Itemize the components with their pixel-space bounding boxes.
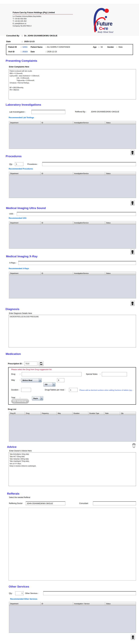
other-col-investigation[interactable]: Investigation / Service xyxy=(73,602,105,606)
drug-col-duration-type[interactable]: Duration Type xyxy=(88,412,104,415)
referrals-sublabel: Select the needed Refferal xyxy=(9,496,30,498)
refresh-icon xyxy=(40,362,43,365)
uss-col-investigation[interactable]: Investigation/Service xyxy=(73,221,105,224)
drug-col-frequency[interactable]: Fequency xyxy=(41,412,57,415)
refresh-prescription-button[interactable] xyxy=(38,361,44,366)
procedures-input[interactable] xyxy=(42,162,136,166)
drug-col-note[interactable]: Note xyxy=(104,412,120,415)
procedures-qty-input[interactable] xyxy=(15,162,23,166)
other-services-title: Other Services xyxy=(9,585,29,588)
consulted-by-line: Consulted By : Dr. JOHN OSANWEOKWU OKOLI… xyxy=(6,34,58,37)
other-services-table-body[interactable] xyxy=(9,606,136,633)
procedures-col-id[interactable]: ID xyxy=(40,172,73,175)
uss-input[interactable] xyxy=(17,212,136,216)
complaints-title: Presenting Complaints xyxy=(6,59,37,62)
procedures-col-status[interactable]: Status xyxy=(105,172,136,175)
other-services-input[interactable] xyxy=(43,591,136,595)
drug-list-table: Drug ID Drug Fequency Way Duration Durat… xyxy=(9,412,136,442)
per-meal-input[interactable] xyxy=(69,388,78,392)
lab-table-body[interactable] xyxy=(9,124,136,149)
complaints-textarea[interactable]: Patient reviewed with lab results RBS = … xyxy=(8,69,136,99)
lab-col-status[interactable]: Status xyxy=(105,121,136,124)
procedures-delete-button[interactable] xyxy=(130,200,135,206)
uss-delete-button[interactable] xyxy=(130,249,135,254)
visit-id-colon: : xyxy=(21,51,21,53)
recommended-xray-link[interactable]: Recommended X-Rays xyxy=(9,268,29,270)
other-col-department[interactable]: Department xyxy=(9,602,40,606)
procedures-col-department[interactable]: Department xyxy=(9,172,40,175)
uss-col-department[interactable]: Department xyxy=(9,221,40,224)
frequency-select[interactable]: OD ▼ xyxy=(44,382,56,386)
patient-gender-label: Gender xyxy=(107,46,114,48)
drug-delete-button[interactable] xyxy=(132,443,136,448)
other-services-table: Department ID Investigation / Service St… xyxy=(9,602,136,633)
way-select[interactable]: Before Meal ▼ xyxy=(21,378,42,382)
lab-investigation-input[interactable] xyxy=(32,110,65,114)
company-email: E: jude@future.sc xyxy=(13,22,26,25)
plus-circle-icon: + xyxy=(13,400,16,402)
duration-unit-select[interactable]: Day/s ▼ xyxy=(32,396,43,400)
referrals-list-box[interactable] xyxy=(8,508,136,580)
uss-table-body[interactable] xyxy=(9,224,136,248)
procedures-title: Procedures xyxy=(6,155,22,158)
drug-col-drug[interactable]: Drug xyxy=(25,412,41,415)
drug-col-qty[interactable]: Qty xyxy=(120,412,136,415)
way-qty-input[interactable] xyxy=(57,378,64,382)
diagnosis-textarea[interactable]: UNCRONTROLLED BLOOD PRESSURE xyxy=(8,315,136,348)
referring-doctor-input[interactable] xyxy=(26,501,65,505)
logo-tagline: Body Mind Soul xyxy=(98,31,113,33)
xray-table-header-row: Department ID Investigation/Service Stat… xyxy=(9,272,136,275)
drug-col-way[interactable]: Way xyxy=(57,412,72,415)
xray-table: Department ID Investigation/Service Stat… xyxy=(9,272,136,298)
drug-suggestion-warning: Please select the Drug from Drug suggess… xyxy=(11,368,52,370)
recommended-lab-testings-link[interactable]: Recommended Lab Testings xyxy=(9,116,34,119)
xray-delete-button[interactable] xyxy=(130,301,135,306)
lab-delete-button[interactable] xyxy=(130,150,135,155)
xray-col-id[interactable]: ID xyxy=(40,272,73,275)
lab-table: Department ID Investigation/Service Stat… xyxy=(9,121,136,149)
drug-input[interactable] xyxy=(22,372,82,376)
xray-table-body[interactable] xyxy=(9,275,136,298)
laboratory-title: Laboratory Investigations xyxy=(6,103,41,106)
uss-table-header-row: Department ID Investigation/Service Stat… xyxy=(9,221,136,224)
procedures-table-body[interactable] xyxy=(9,175,136,198)
recommended-uss-link[interactable]: Recommended USS xyxy=(9,217,26,219)
uss-col-id[interactable]: ID xyxy=(40,221,73,224)
advice-title: Advice xyxy=(7,445,16,448)
lab-col-id[interactable]: ID xyxy=(40,121,73,124)
other-col-id[interactable]: ID xyxy=(40,602,73,606)
chevron-down-icon: ▼ xyxy=(39,378,42,382)
uss-label: USS : xyxy=(9,213,14,215)
drug-label: Drug xyxy=(11,373,15,375)
consult-date-label: Date xyxy=(6,40,21,42)
special-notes-input[interactable] xyxy=(102,372,127,376)
trash-icon xyxy=(131,250,134,254)
recommended-other-services-link[interactable]: Recommended Other Services xyxy=(10,598,37,600)
duration-label: Duration : xyxy=(11,389,19,391)
xray-col-department[interactable]: Department xyxy=(9,272,40,275)
duration-input[interactable] xyxy=(21,388,31,392)
drug-col-id[interactable]: Drug ID xyxy=(9,412,25,415)
add-drug-button[interactable]: + Add Drug xyxy=(11,399,29,404)
drug-list-body[interactable] xyxy=(9,415,136,442)
drug-colon: : xyxy=(20,373,20,375)
recommended-procedures-link[interactable]: Recommended Procedures xyxy=(9,168,33,170)
prescription-id-input[interactable] xyxy=(24,362,37,366)
xray-col-status[interactable]: Status xyxy=(105,272,136,275)
other-services-delete-button[interactable] xyxy=(131,634,135,640)
company-phone-2: T: +24 84 225 252 xyxy=(13,20,26,22)
advice-textarea[interactable]: Tabs Amlodipine 10mg daily Tabs HCT 25mg… xyxy=(8,452,136,486)
lab-col-investigation[interactable]: Investigation/Service xyxy=(73,121,105,124)
frequency-select-value: OD xyxy=(45,384,48,385)
other-col-status[interactable]: Status xyxy=(105,602,136,606)
consultant-input[interactable] xyxy=(93,501,136,505)
lab-col-department[interactable]: Department xyxy=(9,121,40,124)
xray-input[interactable] xyxy=(18,261,136,265)
procedures-col-investigation[interactable]: Investigation/Service xyxy=(73,172,105,175)
diagnosis-title: Diagnosis xyxy=(6,308,20,311)
drug-col-duration[interactable]: Duration xyxy=(72,412,88,415)
uss-col-status[interactable]: Status xyxy=(105,221,136,224)
consulted-by-colon: : xyxy=(22,34,22,37)
other-services-qty-input[interactable] xyxy=(15,592,24,595)
xray-col-investigation[interactable]: Investigation/Service xyxy=(73,272,105,275)
